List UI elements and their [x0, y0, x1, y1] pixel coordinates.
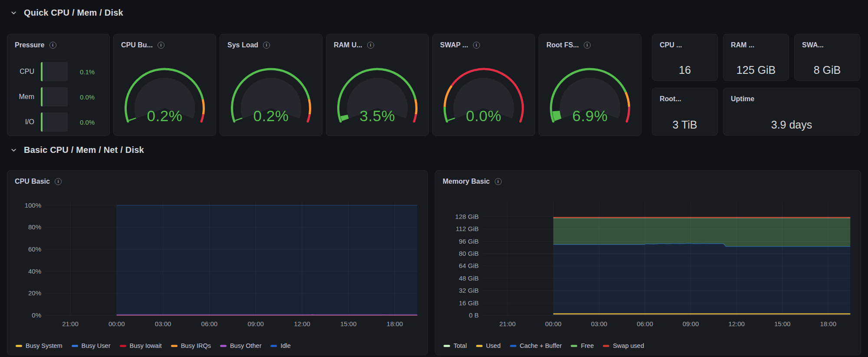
- legend-item-free[interactable]: Free: [571, 342, 594, 349]
- row-title: Quick CPU / Mem / Disk: [24, 8, 123, 18]
- legend-item-used[interactable]: Used: [476, 342, 501, 349]
- row-header-quick[interactable]: Quick CPU / Mem / Disk: [10, 8, 123, 18]
- legend-item-total[interactable]: Total: [444, 342, 467, 349]
- info-icon[interactable]: i: [158, 42, 164, 49]
- pressure-value: 0.1%: [75, 68, 100, 76]
- panel-pressure: Pressure i CPU0.1%Mem0.0%I/O0.0%: [7, 34, 110, 136]
- svg-text:40%: 40%: [28, 268, 41, 275]
- panel-gauge-cpu-busy: CPU Bu... i 0.2%: [113, 34, 216, 136]
- legend-swatch: [72, 345, 78, 347]
- panel-title[interactable]: SWAP ...: [440, 41, 468, 49]
- svg-text:03:00: 03:00: [155, 320, 171, 327]
- svg-text:0%: 0%: [32, 311, 41, 319]
- legend-item-busy-user[interactable]: Busy User: [72, 342, 111, 349]
- pressure-label: Mem: [7, 93, 34, 101]
- pressure-label: CPU: [7, 68, 34, 76]
- legend-swatch: [571, 345, 577, 347]
- panel-stat-cpu-cores: CPU ... 16: [652, 34, 718, 81]
- pressure-label: I/O: [7, 118, 34, 126]
- svg-text:20%: 20%: [28, 289, 41, 297]
- svg-text:21:00: 21:00: [500, 320, 516, 327]
- svg-text:18:00: 18:00: [387, 320, 403, 327]
- info-icon[interactable]: i: [584, 42, 591, 49]
- panel-title[interactable]: CPU Bu...: [121, 41, 153, 49]
- svg-text:15:00: 15:00: [774, 320, 791, 327]
- legend-item-busy-other[interactable]: Busy Other: [220, 342, 262, 349]
- legend-label: Total: [454, 342, 467, 349]
- pressure-bar-gauge: [41, 87, 68, 106]
- pressure-row-mem: Mem0.0%: [7, 87, 109, 106]
- memory-basic-legend: TotalUsedCache + BufferFreeSwap used: [444, 342, 644, 349]
- panel-title[interactable]: RAM ...: [731, 41, 754, 49]
- svg-text:48 GiB: 48 GiB: [459, 274, 479, 282]
- panel-title[interactable]: RAM U...: [334, 41, 362, 49]
- legend-item-busy-system[interactable]: Busy System: [16, 342, 62, 349]
- panel-memory-basic: Memory Basic i 21:0000:0003:0006:0009:00…: [435, 170, 861, 355]
- panel-stat-swap-total: SWA... 8 GiB: [794, 34, 860, 81]
- legend-label: Busy Other: [230, 342, 262, 349]
- svg-text:12:00: 12:00: [728, 320, 745, 327]
- row-header-basic[interactable]: Basic CPU / Mem / Net / Disk: [10, 145, 144, 155]
- gauge-value: 3.5%: [326, 107, 428, 125]
- svg-text:09:00: 09:00: [683, 320, 699, 327]
- pressure-bar-fill: [41, 62, 43, 81]
- pressure-row-io: I/O0.0%: [7, 112, 109, 132]
- grafana-dashboard: Quick CPU / Mem / Disk Pressure i CPU0.1…: [0, 0, 868, 357]
- legend-item-swap-used[interactable]: Swap used: [603, 342, 644, 349]
- cpu-basic-plot: 21:0000:0003:0006:0009:0012:0015:0018:00…: [7, 171, 427, 355]
- panel-title[interactable]: Root...: [660, 95, 681, 103]
- panel-title[interactable]: CPU ...: [660, 41, 682, 49]
- panel-title[interactable]: Pressure: [15, 41, 45, 49]
- svg-text:100%: 100%: [25, 202, 41, 209]
- info-icon[interactable]: i: [367, 42, 374, 49]
- legend-item-busy-iowait[interactable]: Busy Iowait: [120, 342, 162, 349]
- stat-value: 3 TiB: [652, 119, 717, 131]
- legend-label: Used: [486, 342, 501, 349]
- panel-title[interactable]: Uptime: [731, 95, 754, 103]
- gauge-value: 0.0%: [433, 107, 535, 125]
- panel-title[interactable]: SWA...: [802, 41, 824, 49]
- info-icon[interactable]: i: [55, 178, 62, 185]
- panel-cpu-basic: CPU Basic i 21:0000:0003:0006:0009:0012:…: [7, 170, 428, 355]
- legend-swatch: [16, 345, 22, 347]
- svg-text:06:00: 06:00: [201, 320, 218, 327]
- panel-title[interactable]: Sys Load: [227, 41, 258, 49]
- info-icon[interactable]: i: [495, 178, 502, 185]
- pressure-bar-fill: [41, 87, 43, 106]
- svg-text:64 GiB: 64 GiB: [459, 262, 479, 269]
- legend-item-busy-irqs[interactable]: Busy IRQs: [171, 342, 211, 349]
- svg-text:128 GiB: 128 GiB: [455, 213, 479, 220]
- legend-item-idle[interactable]: Idle: [270, 342, 290, 349]
- legend-item-cache-buffer[interactable]: Cache + Buffer: [510, 342, 562, 349]
- info-icon[interactable]: i: [49, 42, 56, 49]
- panel-title[interactable]: CPU Basic: [15, 178, 50, 185]
- pressure-bar-gauge: [41, 62, 68, 81]
- svg-text:16 GiB: 16 GiB: [459, 299, 479, 307]
- legend-label: Free: [581, 342, 594, 349]
- legend-swatch: [444, 345, 450, 347]
- panel-stat-ram-total: RAM ... 125 GiB: [723, 34, 789, 81]
- panel-title[interactable]: Memory Basic: [443, 178, 490, 185]
- info-icon[interactable]: i: [263, 42, 270, 49]
- memory-basic-plot: 21:0000:0003:0006:0009:0012:0015:0018:00…: [435, 171, 861, 355]
- svg-text:00:00: 00:00: [545, 320, 562, 327]
- pressure-bar-fill: [41, 112, 43, 132]
- gauge-value: 0.2%: [220, 107, 322, 125]
- svg-text:15:00: 15:00: [340, 320, 357, 327]
- panel-title[interactable]: Root FS...: [546, 41, 579, 49]
- svg-text:21:00: 21:00: [62, 320, 79, 327]
- legend-swatch: [270, 345, 277, 347]
- legend-swatch: [120, 345, 126, 347]
- svg-text:03:00: 03:00: [591, 320, 608, 327]
- panel-stat-uptime: Uptime 3.9 days: [723, 88, 860, 136]
- stat-value: 3.9 days: [723, 119, 860, 131]
- stat-value: 16: [652, 64, 717, 76]
- stat-value: 8 GiB: [795, 64, 860, 76]
- panel-gauge-sys-load: Sys Load i 0.2%: [220, 34, 322, 136]
- svg-text:06:00: 06:00: [637, 320, 653, 327]
- svg-text:0 B: 0 B: [469, 311, 479, 319]
- info-icon[interactable]: i: [473, 42, 480, 49]
- row-title: Basic CPU / Mem / Net / Disk: [24, 145, 144, 155]
- legend-label: Busy Iowait: [130, 342, 162, 349]
- legend-swatch: [220, 345, 227, 347]
